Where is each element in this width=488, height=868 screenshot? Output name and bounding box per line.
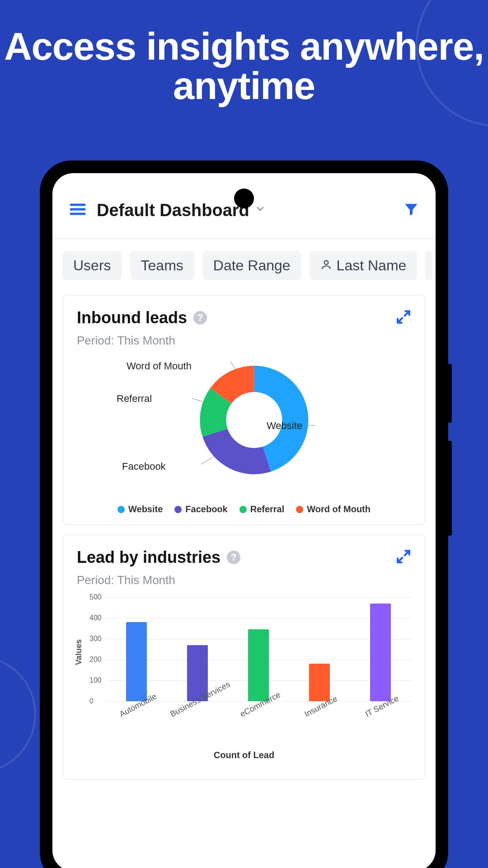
bar-slot [106, 622, 167, 701]
dashboard-title-text: Default Dashboard [97, 201, 249, 220]
bar-insurance[interactable] [309, 664, 330, 701]
filter-chip-label: Users [73, 257, 111, 274]
y-tick-label: 0 [89, 697, 94, 705]
filter-chip-overflow[interactable] [425, 251, 432, 280]
card-period: Period: This Month [77, 573, 411, 587]
filter-chip-teams[interactable]: Teams [130, 251, 194, 280]
bar-y-axis-label: Values [74, 639, 84, 665]
donut-label-website: Website [267, 420, 302, 432]
bar-x-axis-label: Count of Lead [77, 750, 411, 760]
donut-label-facebook: Facebook [122, 461, 166, 472]
y-tick-label: 500 [89, 593, 102, 601]
expand-icon[interactable] [396, 549, 411, 566]
bar-it-service[interactable] [370, 604, 391, 701]
legend-label: Word of Mouth [307, 504, 371, 514]
card-title: Lead by industries [77, 548, 221, 567]
donut-label-referral: Referral [117, 393, 152, 405]
phone-side-button [447, 441, 452, 536]
y-tick-label: 400 [89, 614, 102, 622]
bar-slot [289, 664, 350, 701]
legend-label: Referral [250, 504, 285, 514]
legend-label: Facebook [185, 504, 227, 514]
filter-chip-users[interactable]: Users [62, 251, 122, 280]
card-lead-by-industries: Lead by industries ? Period: This Month … [62, 534, 426, 780]
filter-chip-last-name[interactable]: Last Name [310, 251, 418, 280]
y-tick-label: 300 [89, 635, 102, 643]
legend-dot-icon [174, 506, 182, 513]
legend-item-word-of-mouth[interactable]: Word of Mouth [296, 504, 371, 514]
legend-label: Website [128, 504, 163, 514]
card-title: Inbound leads [77, 308, 187, 327]
legend-dot-icon [117, 506, 125, 513]
phone-camera [234, 189, 254, 208]
y-tick-label: 100 [89, 676, 102, 684]
legend-item-facebook[interactable]: Facebook [174, 504, 227, 514]
legend-item-referral[interactable]: Referral [239, 504, 285, 514]
bar-chart: Values 0100200300400500 AutomobileBusine… [77, 597, 411, 769]
help-icon[interactable]: ? [193, 311, 207, 325]
filter-chip-date-range[interactable]: Date Range [202, 251, 301, 280]
phone-screen: Default Dashboard UsersTeamsDate RangeLa… [52, 173, 436, 868]
donut-label-word-of-mouth: Word of Mouth [127, 360, 192, 372]
donut-slice-facebook[interactable] [202, 429, 271, 474]
legend-item-website[interactable]: Website [117, 504, 163, 514]
svg-line-7 [201, 456, 214, 464]
card-inbound-leads: Inbound leads ? Period: This Month Websi… [62, 295, 426, 525]
svg-line-9 [230, 361, 235, 369]
help-icon[interactable]: ? [227, 551, 240, 564]
promo-background: Access insights anywhere, anytime Defaul… [0, 0, 488, 868]
hamburger-menu-icon[interactable] [69, 200, 87, 220]
filter-icon[interactable] [403, 201, 419, 219]
svg-line-8 [192, 398, 203, 402]
person-icon [320, 257, 332, 274]
bar-automobile[interactable] [126, 622, 147, 701]
decorative-shape [416, 0, 488, 127]
legend-dot-icon [296, 506, 303, 513]
filter-chip-row: UsersTeamsDate RangeLast Name [52, 239, 436, 292]
donut-chart: WebsiteFacebookReferralWord of Mouth [77, 357, 411, 501]
bar-ecommerce[interactable] [248, 629, 269, 701]
bar-slot [228, 629, 289, 701]
filter-chip-label: Last Name [337, 257, 407, 274]
svg-point-3 [324, 260, 328, 264]
filter-chip-label: Teams [141, 257, 183, 274]
filter-chip-label: Date Range [213, 257, 291, 274]
donut-legend: WebsiteFacebookReferralWord of Mouth [77, 504, 411, 514]
bar-slot [350, 604, 411, 701]
y-tick-label: 200 [89, 656, 102, 664]
promo-headline: Access insights anywhere, anytime [0, 0, 488, 105]
expand-icon[interactable] [396, 309, 411, 326]
card-period: Period: This Month [77, 334, 411, 348]
decorative-shape [0, 656, 36, 773]
phone-side-button [447, 364, 452, 423]
legend-dot-icon [239, 506, 247, 513]
chevron-down-icon [255, 203, 266, 217]
phone-mockup: Default Dashboard UsersTeamsDate RangeLa… [40, 160, 448, 868]
